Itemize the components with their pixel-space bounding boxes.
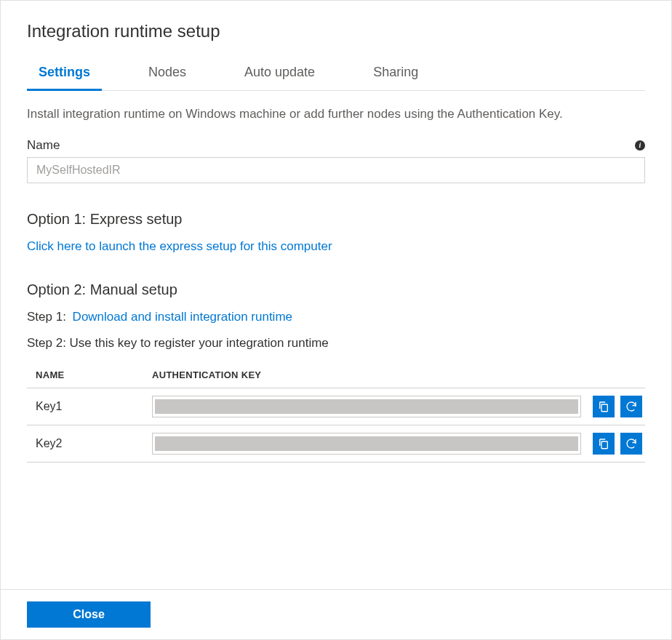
key1-value-box <box>152 396 581 417</box>
tab-nodes[interactable]: Nodes <box>137 65 198 90</box>
download-runtime-link[interactable]: Download and install integration runtime <box>73 310 292 324</box>
tab-auto-update[interactable]: Auto update <box>233 65 327 90</box>
close-button[interactable]: Close <box>27 601 151 628</box>
tabs-bar: Settings Nodes Auto update Sharing <box>27 65 645 91</box>
option1-heading: Option 1: Express setup <box>27 211 645 228</box>
refresh-key2-button[interactable] <box>620 433 642 455</box>
settings-description: Install integration runtime on Windows m… <box>27 105 645 124</box>
copy-icon <box>597 437 610 450</box>
tab-sharing[interactable]: Sharing <box>361 65 430 90</box>
refresh-icon <box>625 437 638 450</box>
footer: Close <box>1 589 671 639</box>
copy-icon <box>597 400 610 413</box>
option2-heading: Option 2: Manual setup <box>27 281 645 298</box>
column-header-name: NAME <box>27 362 143 388</box>
column-header-authkey: AUTHENTICATION KEY <box>143 362 590 388</box>
refresh-key1-button[interactable] <box>620 396 642 417</box>
table-row: Key1 <box>27 388 645 425</box>
svg-rect-0 <box>601 404 607 412</box>
name-input[interactable] <box>27 157 645 183</box>
step2-line: Step 2: Use this key to register your in… <box>27 336 645 351</box>
key2-value-box <box>152 433 581 455</box>
key-name-cell: Key1 <box>27 388 143 425</box>
page-title: Integration runtime setup <box>27 21 645 41</box>
info-icon[interactable]: i <box>635 140 645 151</box>
svg-rect-1 <box>601 441 607 449</box>
key-value-cell <box>143 425 590 462</box>
express-setup-link[interactable]: Click here to launch the express setup f… <box>27 239 332 253</box>
keys-table: NAME AUTHENTICATION KEY Key1 <box>27 362 645 463</box>
masked-key-value <box>155 436 578 451</box>
copy-key2-button[interactable] <box>593 433 615 455</box>
step1-line: Step 1: Download and install integration… <box>27 310 645 324</box>
name-label: Name <box>27 138 60 153</box>
key-name-cell: Key2 <box>27 425 143 462</box>
step1-prefix: Step 1: <box>27 310 66 324</box>
copy-key1-button[interactable] <box>593 396 615 417</box>
masked-key-value <box>155 399 578 414</box>
tab-settings[interactable]: Settings <box>27 65 102 91</box>
refresh-icon <box>625 400 638 413</box>
table-row: Key2 <box>27 425 645 462</box>
key-value-cell <box>143 388 590 425</box>
